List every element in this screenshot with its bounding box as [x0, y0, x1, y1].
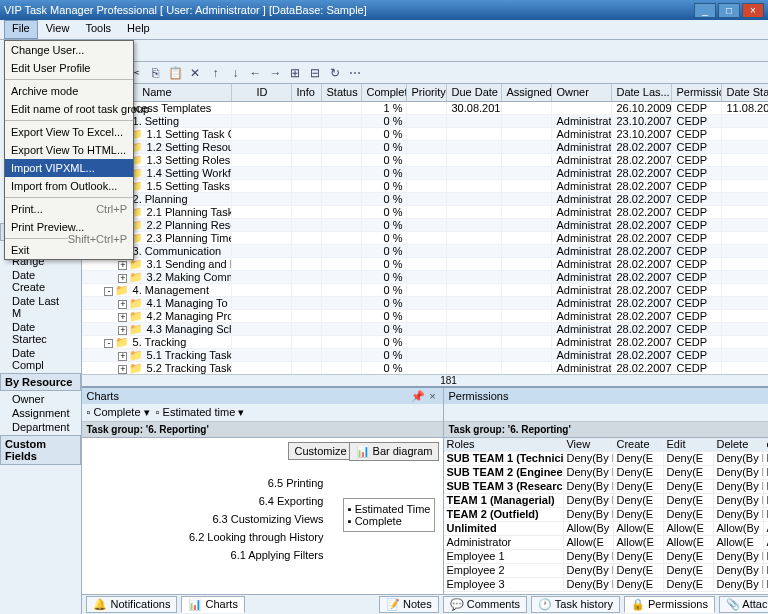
- tool-expand-icon[interactable]: ⊞: [286, 64, 304, 82]
- col-assigned[interactable]: Assigned: [502, 84, 552, 101]
- perm-taskgroup: Task group: '6. Reporting': [444, 422, 768, 438]
- tool-up-icon[interactable]: ↑: [206, 64, 224, 82]
- task-row[interactable]: -📁 4. Management0 %Administrator28.02.20…: [82, 284, 768, 297]
- menu-print[interactable]: Print...Ctrl+P: [5, 200, 133, 218]
- perm-row[interactable]: SUB TEAM 1 (Technicians)Deny(By PaDeny(E…: [444, 452, 768, 466]
- perm-row[interactable]: TEAM 2 (Outfield)Deny(By PaDeny(EDeny(ED…: [444, 508, 768, 522]
- chart-item-label: 6.4 Exporting: [90, 492, 323, 510]
- charts-estimated-dropdown[interactable]: ▫ Estimated time ▾: [156, 406, 245, 419]
- task-row[interactable]: +📁 5.2 Tracking Task Groups0 %Administra…: [82, 362, 768, 374]
- task-row[interactable]: -📁 2. Planning0 %Administrator28.02.2007…: [82, 193, 768, 206]
- filter-owner[interactable]: Owner: [0, 392, 81, 406]
- menu-help[interactable]: Help: [119, 20, 158, 39]
- charts-taskgroup: Task group: '6. Reporting': [82, 422, 443, 438]
- tool-copy-icon[interactable]: ⎘: [146, 64, 164, 82]
- menu-file[interactable]: File: [4, 20, 38, 39]
- menu-import-vipxml[interactable]: Import VIPXML...: [5, 159, 133, 177]
- task-row[interactable]: +📁 4.1 Managing To Do Lists0 %Administra…: [82, 297, 768, 310]
- col-datestart[interactable]: Date Started: [722, 84, 768, 101]
- task-row[interactable]: -📁 5. Tracking0 %Administrator28.02.2007…: [82, 336, 768, 349]
- menu-change-user[interactable]: Change User...: [5, 41, 133, 59]
- filter-department[interactable]: Department: [0, 420, 81, 434]
- tab-permissions[interactable]: 🔒 Permissions: [624, 596, 715, 613]
- task-row[interactable]: +📁 2.2 Planning Resources0 %Administrato…: [82, 219, 768, 232]
- task-row[interactable]: -📁 Process Templates1 %30.08.201526.10.2…: [82, 102, 768, 115]
- minimize-button[interactable]: _: [694, 3, 716, 18]
- chart-item-label: 6.3 Customizing Views: [90, 510, 323, 528]
- menu-edit-profile[interactable]: Edit User Profile: [5, 59, 133, 77]
- tool-collapse-icon[interactable]: ⊟: [306, 64, 324, 82]
- tab-notes[interactable]: 📝 Notes: [379, 596, 439, 613]
- bar-diagram-button[interactable]: 📊 Bar diagram: [349, 442, 440, 461]
- perm-row[interactable]: UnlimitedAllow(By PaAllow(EAllow(EAllow(…: [444, 522, 768, 536]
- task-row[interactable]: +📁 4.2 Managing Projects0 %Administrator…: [82, 310, 768, 323]
- task-row[interactable]: +📁 3.2 Making Comments0 %Administrator28…: [82, 271, 768, 284]
- perm-row[interactable]: TEAM 1 (Managerial)Deny(By PaDeny(EDeny(…: [444, 494, 768, 508]
- filter-assignment[interactable]: Assignment: [0, 406, 81, 420]
- task-row[interactable]: +📁 2.3 Planning Time0 %Administrator28.0…: [82, 232, 768, 245]
- task-row[interactable]: +📁 1.1 Setting Task Groups0 %Administrat…: [82, 128, 768, 141]
- tool-right-icon[interactable]: →: [266, 64, 284, 82]
- task-grid[interactable]: -📁 Process Templates1 %30.08.201526.10.2…: [82, 102, 768, 374]
- task-row[interactable]: +📁 1.5 Setting Tasks0 %Administrator28.0…: [82, 180, 768, 193]
- tool-refresh-icon[interactable]: ↻: [326, 64, 344, 82]
- perm-row[interactable]: SUB TEAM 2 (Engineers)Deny(By PaDeny(EDe…: [444, 466, 768, 480]
- charts-pin-icon[interactable]: 📌: [411, 390, 425, 403]
- filter-date-comp[interactable]: Date Compl: [0, 346, 81, 372]
- menu-view[interactable]: View: [38, 20, 78, 39]
- filter-date-start[interactable]: Date Startec: [0, 320, 81, 346]
- filter-date-lastm[interactable]: Date Last M: [0, 294, 81, 320]
- tab-notifications[interactable]: 🔔 Notifications: [86, 596, 177, 613]
- col-permission[interactable]: Permission: [672, 84, 722, 101]
- task-row[interactable]: +📁 1.2 Setting Resources0 %Administrator…: [82, 141, 768, 154]
- charts-title: Charts: [86, 390, 411, 402]
- tool-left-icon[interactable]: ←: [246, 64, 264, 82]
- filter-custom-header[interactable]: Custom Fields: [0, 435, 81, 465]
- task-row[interactable]: +📁 1.4 Setting Workflow0 %Administrator2…: [82, 167, 768, 180]
- chart-item-label: 6.5 Printing: [90, 474, 323, 492]
- task-row[interactable]: -📁 1. Setting0 %Administrator23.10.2007C…: [82, 115, 768, 128]
- perm-row[interactable]: SUB TEAM 3 (Researchers)Deny(By PaDeny(E…: [444, 480, 768, 494]
- col-id[interactable]: ID: [232, 84, 292, 101]
- perm-row[interactable]: Employee 3Deny(By PaDeny(EDeny(EDeny(By …: [444, 578, 768, 592]
- filter-date-create[interactable]: Date Create: [0, 268, 81, 294]
- col-due[interactable]: Due Date: [447, 84, 502, 101]
- tool-down-icon[interactable]: ↓: [226, 64, 244, 82]
- perm-row[interactable]: AdministratorAllow(EAllow(EAllow(EAllow(…: [444, 536, 768, 550]
- perm-row[interactable]: Employee 1Deny(By PaDeny(EDeny(EDeny(By …: [444, 550, 768, 564]
- filter-by-resource-header[interactable]: By Resource: [0, 373, 81, 391]
- col-info[interactable]: Info: [292, 84, 322, 101]
- task-row[interactable]: -📁 3. Communication0 %Administrator28.02…: [82, 245, 768, 258]
- tab-charts[interactable]: 📊 Charts: [181, 596, 244, 613]
- col-owner[interactable]: Owner: [552, 84, 612, 101]
- task-row[interactable]: +📁 5.1 Tracking Tasks0 %Administrator28.…: [82, 349, 768, 362]
- tool-paste-icon[interactable]: 📋: [166, 64, 184, 82]
- tab-attachments[interactable]: 📎 Attachments: [719, 596, 768, 613]
- charts-complete-dropdown[interactable]: ▫ Complete ▾: [86, 406, 149, 419]
- menu-export-excel[interactable]: Export View To Excel...: [5, 123, 133, 141]
- tab-comments[interactable]: 💬 Comments: [443, 596, 527, 613]
- menu-edit-root[interactable]: Edit name of root task group: [5, 100, 133, 118]
- maximize-button[interactable]: □: [718, 3, 740, 18]
- menu-print-preview[interactable]: Print Preview...Shift+Ctrl+P: [5, 218, 133, 236]
- perm-row[interactable]: Employee 2Deny(By PaDeny(EDeny(EDeny(By …: [444, 564, 768, 578]
- menu-tools[interactable]: Tools: [77, 20, 119, 39]
- task-row[interactable]: +📁 4.3 Managing Schedules0 %Administrato…: [82, 323, 768, 336]
- tool-delete-icon[interactable]: ✕: [186, 64, 204, 82]
- tab-history[interactable]: 🕐 Task history: [531, 596, 620, 613]
- menu-archive[interactable]: Archive mode: [5, 82, 133, 100]
- task-row[interactable]: +📁 3.1 Sending and Receiving Notifi0 %Ad…: [82, 258, 768, 271]
- charts-close-icon[interactable]: ×: [425, 390, 439, 402]
- close-button[interactable]: ×: [742, 3, 764, 18]
- task-row[interactable]: +📁 1.3 Setting Roles0 %Administrator28.0…: [82, 154, 768, 167]
- col-priority[interactable]: Priority: [407, 84, 447, 101]
- col-datelast[interactable]: Date Las...: [612, 84, 672, 101]
- col-status[interactable]: Status: [322, 84, 362, 101]
- col-complete[interactable]: Complete: [362, 84, 407, 101]
- task-row[interactable]: +📁 2.1 Planning Tasks0 %Administrator28.…: [82, 206, 768, 219]
- menu-import-outlook[interactable]: Import from Outlook...: [5, 177, 133, 195]
- tool-more-icon[interactable]: ⋯: [346, 64, 364, 82]
- grid-header: Name ID Info Status Complete Priority Du…: [82, 84, 768, 102]
- menubar: File View Tools Help: [0, 20, 768, 40]
- menu-export-html[interactable]: Export View To HTML...: [5, 141, 133, 159]
